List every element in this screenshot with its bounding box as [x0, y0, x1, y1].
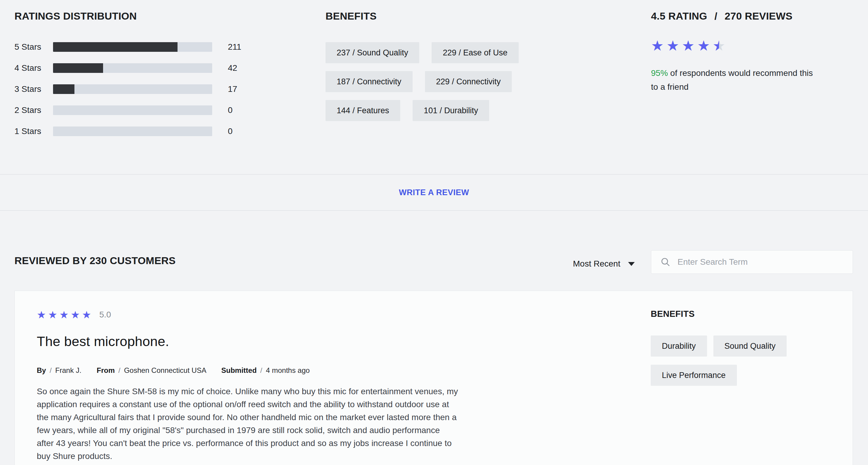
- rating-bar-track: [53, 127, 212, 136]
- benefit-chip[interactable]: 229 / Connectivity: [425, 71, 512, 92]
- byline-location: Goshen Connecticut USA: [124, 366, 206, 374]
- recommend-text: of respondents would recommend this to a…: [651, 68, 813, 92]
- chevron-down-icon: [628, 262, 635, 266]
- benefit-chip[interactable]: 229 / Ease of Use: [432, 42, 519, 63]
- byline-by-label: By: [37, 366, 46, 374]
- rating-value-label: 4.5 RATING: [651, 10, 707, 22]
- byline-separator: /: [50, 366, 52, 374]
- review-benefit-tag: Durability: [651, 335, 707, 357]
- byline-date: 4 months ago: [266, 366, 310, 374]
- star-icon: ★★: [70, 309, 80, 320]
- review-benefit-tag: Live Performance: [651, 365, 737, 386]
- rating-separator: /: [715, 10, 718, 22]
- rating-bar-label: 3 Stars: [14, 84, 53, 94]
- ratings-distribution-chart: 5 Stars 211 4 Stars 42 3 Stars 17 2 Star…: [14, 42, 244, 147]
- benefit-chip[interactable]: 237 / Sound Quality: [326, 42, 419, 63]
- benefit-chip[interactable]: 144 / Features: [326, 100, 400, 121]
- rating-bar-fill: [53, 63, 103, 73]
- rating-bar-fill: [53, 84, 74, 94]
- review-benefit-tag: Sound Quality: [713, 335, 787, 357]
- review-count-label: 270 REVIEWS: [724, 10, 792, 22]
- reviews-count-title: REVIEWED BY 230 CUSTOMERS: [14, 255, 176, 267]
- review-benefits-title: BENEFITS: [651, 309, 695, 319]
- star-icon: ★★: [48, 309, 57, 320]
- star-icon: ★★: [666, 38, 679, 53]
- average-star-rating: ★★★★★★★★★★: [651, 38, 728, 53]
- search-icon: [661, 257, 670, 267]
- byline-separator: /: [260, 366, 262, 374]
- sort-dropdown[interactable]: Most Recent: [573, 258, 635, 270]
- review-card: ★★★★★★★★★★ 5.0 The best microphone. By/F…: [14, 291, 853, 465]
- review-star-rating: ★★★★★★★★★★: [37, 309, 93, 320]
- review-body-text: So once again the Shure SM-58 is my mic …: [37, 385, 459, 463]
- rating-bar-row: 2 Stars 0: [14, 105, 244, 115]
- byline-submitted-label: Submitted: [221, 366, 256, 374]
- rating-bar-track: [53, 84, 212, 94]
- rating-bar-count: 0: [228, 127, 233, 136]
- rating-bar-count: 211: [228, 42, 241, 52]
- review-rating-value: 5.0: [99, 310, 111, 320]
- rating-bar-count: 0: [228, 105, 233, 115]
- byline-separator: /: [119, 366, 121, 374]
- star-icon: ★★: [697, 38, 710, 53]
- benefits-summary-title: BENEFITS: [326, 10, 377, 22]
- review-rating-row: ★★★★★★★★★★ 5.0: [37, 309, 111, 320]
- rating-bar-row: 5 Stars 211: [14, 42, 244, 52]
- rating-bar-row: 4 Stars 42: [14, 63, 244, 73]
- star-icon: ★★: [651, 38, 664, 53]
- rating-bar-track: [53, 63, 212, 73]
- recommend-percent: 95%: [651, 68, 668, 78]
- rating-bar-label: 5 Stars: [14, 42, 53, 52]
- recommend-statement: 95% of respondents would recommend this …: [651, 66, 820, 94]
- rating-bar-label: 1 Stars: [14, 127, 53, 136]
- review-benefits-tags: Durability Sound Quality Live Performanc…: [651, 335, 849, 386]
- rating-bar-count: 17: [228, 84, 237, 94]
- rating-bar-label: 2 Stars: [14, 105, 53, 115]
- rating-bar-track: [53, 105, 212, 115]
- star-icon: ★★: [713, 38, 725, 53]
- byline-from-label: From: [97, 366, 115, 374]
- star-icon: ★★: [37, 309, 46, 320]
- byline-author: Frank J.: [55, 366, 82, 374]
- rating-bar-row: 1 Stars 0: [14, 127, 244, 136]
- sort-selected-label: Most Recent: [573, 259, 620, 269]
- benefit-chip[interactable]: 187 / Connectivity: [326, 71, 412, 92]
- rating-bar-row: 3 Stars 17: [14, 84, 244, 94]
- write-review-bar: WRITE A REVIEW: [0, 174, 868, 211]
- benefits-chip-group: 237 / Sound Quality 229 / Ease of Use 18…: [326, 42, 536, 121]
- review-byline: By/Frank J. From/Goshen Connecticut USA …: [37, 366, 310, 375]
- search-box: [651, 250, 853, 274]
- rating-bar-count: 42: [228, 63, 237, 73]
- star-icon: ★★: [682, 38, 694, 53]
- review-title: The best microphone.: [37, 334, 169, 350]
- rating-bar-track: [53, 42, 212, 52]
- star-icon: ★★: [82, 309, 91, 320]
- search-input[interactable]: [677, 257, 840, 267]
- benefit-chip[interactable]: 101 / Durability: [412, 100, 489, 121]
- rating-bar-label: 4 Stars: [14, 63, 53, 73]
- ratings-distribution-title: RATINGS DISTRIBUTION: [14, 10, 137, 22]
- star-icon: ★★: [59, 309, 68, 320]
- write-review-link[interactable]: WRITE A REVIEW: [399, 188, 469, 197]
- rating-summary-title: 4.5 RATING/270 REVIEWS: [651, 10, 792, 22]
- rating-bar-fill: [53, 42, 178, 52]
